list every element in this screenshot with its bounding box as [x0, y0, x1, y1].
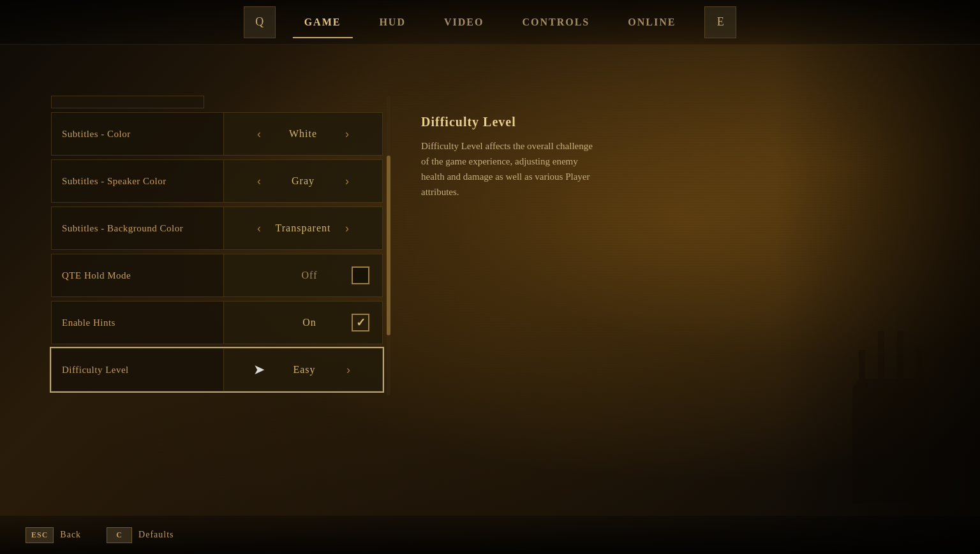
- row-subtitles-speaker-color[interactable]: Subtitles - Speaker Color ‹ Gray ›: [51, 159, 383, 203]
- label-subtitles-color: Subtitles - Color: [51, 112, 223, 156]
- row-difficulty-level[interactable]: Difficulty Level ➤ Easy ›: [51, 348, 383, 391]
- control-enable-hints: On: [223, 301, 383, 344]
- control-qte-hold-mode: Off: [223, 254, 383, 297]
- arrow-right-difficulty[interactable]: ›: [344, 361, 353, 378]
- label-qte-hold-mode: QTE Hold Mode: [51, 254, 223, 297]
- partial-scroll-item: [51, 96, 204, 108]
- top-navigation: Q GAME HUD VIDEO CONTROLS ONLINE E: [0, 0, 980, 45]
- value-bg-color: Transparent: [271, 222, 335, 234]
- key-c: C: [107, 527, 132, 543]
- info-panel: Difficulty Level Difficulty Level affect…: [383, 96, 638, 219]
- scrollbar[interactable]: [387, 96, 390, 395]
- label-subtitles-speaker-color: Subtitles - Speaker Color: [51, 159, 223, 203]
- value-speaker-color: Gray: [271, 175, 335, 187]
- control-subtitles-color: ‹ White ›: [223, 112, 383, 156]
- cursor-pointer-icon: ➤: [253, 361, 265, 378]
- tab-controls[interactable]: CONTROLS: [503, 11, 609, 33]
- label-subtitles-bg-color: Subtitles - Background Color: [51, 207, 223, 250]
- row-qte-hold-mode[interactable]: QTE Hold Mode Off: [51, 254, 383, 297]
- row-subtitles-bg-color[interactable]: Subtitles - Background Color ‹ Transpare…: [51, 207, 383, 250]
- arrow-right-subtitles-color[interactable]: ›: [343, 126, 352, 142]
- row-enable-hints[interactable]: Enable Hints On: [51, 301, 383, 344]
- label-difficulty-level: Difficulty Level: [51, 348, 223, 391]
- label-defaults: Defaults: [138, 530, 174, 540]
- bottom-bar: ESC Back C Defaults: [0, 516, 980, 554]
- key-esc: ESC: [26, 527, 54, 543]
- nav-icon-right[interactable]: E: [704, 6, 736, 38]
- control-subtitles-speaker-color: ‹ Gray ›: [223, 159, 383, 203]
- tab-hud[interactable]: HUD: [360, 11, 425, 33]
- checkbox-enable-hints[interactable]: [352, 314, 369, 332]
- label-enable-hints: Enable Hints: [51, 301, 223, 344]
- arrow-left-subtitles-color[interactable]: ‹: [255, 126, 264, 142]
- arrow-right-bg-color[interactable]: ›: [343, 220, 352, 237]
- action-defaults[interactable]: C Defaults: [107, 527, 174, 543]
- value-subtitles-color: White: [271, 128, 335, 140]
- row-subtitles-color[interactable]: Subtitles - Color ‹ White ›: [51, 112, 383, 156]
- action-back[interactable]: ESC Back: [26, 527, 81, 543]
- info-title: Difficulty Level: [421, 115, 600, 129]
- main-content: Subtitles - Color ‹ White › Subtitles - …: [0, 45, 980, 516]
- arrow-left-bg-color[interactable]: ‹: [255, 220, 264, 237]
- value-difficulty-level: Easy: [272, 364, 336, 375]
- arrow-left-speaker-color[interactable]: ‹: [255, 173, 264, 189]
- settings-panel: Subtitles - Color ‹ White › Subtitles - …: [51, 96, 383, 395]
- value-enable-hints: On: [278, 317, 341, 328]
- control-difficulty-level: ➤ Easy ›: [223, 348, 383, 391]
- tab-video[interactable]: VIDEO: [425, 11, 503, 33]
- checkbox-qte-hold-mode[interactable]: [352, 266, 369, 284]
- tab-online[interactable]: ONLINE: [609, 11, 695, 33]
- info-description: Difficulty Level affects the overall cha…: [421, 138, 600, 200]
- scrollbar-thumb: [387, 156, 390, 335]
- arrow-right-speaker-color[interactable]: ›: [343, 173, 352, 189]
- value-qte-hold-mode: Off: [278, 270, 341, 281]
- nav-icon-left[interactable]: Q: [244, 6, 276, 38]
- tab-game[interactable]: GAME: [285, 11, 360, 33]
- control-subtitles-bg-color: ‹ Transparent ›: [223, 207, 383, 250]
- label-back: Back: [60, 530, 81, 540]
